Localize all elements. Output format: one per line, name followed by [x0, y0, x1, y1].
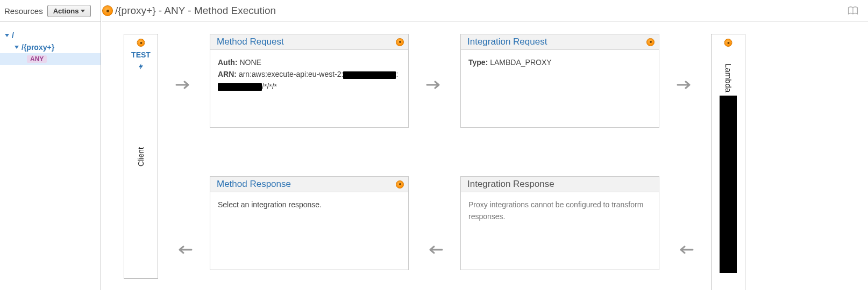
- method-response-title[interactable]: Method Response: [217, 179, 291, 190]
- card-header: Method Request: [210, 34, 408, 50]
- arrow-left-icon: [426, 245, 443, 255]
- status-dot-icon: [646, 38, 654, 46]
- arn-prefix: arn:aws:execute-api:eu-west-2:: [239, 70, 344, 78]
- status-dot-icon: [102, 5, 113, 16]
- arrow-column: [659, 34, 711, 290]
- redacted-block: [218, 83, 262, 91]
- actions-button[interactable]: Actions: [47, 5, 91, 17]
- status-dot-icon: [396, 38, 404, 46]
- integration-response-title: Integration Response: [467, 179, 554, 190]
- redacted-block: [720, 96, 737, 273]
- arn-mid: :: [396, 70, 398, 78]
- card-header: Method Response: [210, 177, 408, 192]
- tree-proxy-label[interactable]: /{proxy+}: [22, 43, 54, 52]
- client-column: TEST Client: [124, 34, 158, 279]
- arrow-right-icon: [677, 80, 694, 90]
- method-request-title[interactable]: Method Request: [217, 37, 284, 47]
- tree-row-proxy[interactable]: /{proxy+}: [0, 41, 101, 53]
- arrow-column: [409, 34, 460, 290]
- method-execution-flow: TEST Client Method Request: [102, 22, 868, 290]
- resource-tree: / /{proxy+} ANY: [0, 22, 101, 65]
- auth-value: NONE: [239, 58, 261, 67]
- chevron-down-icon: [5, 34, 9, 37]
- actions-label: Actions: [53, 7, 79, 15]
- card-body: Proxy integrations cannot be configured …: [461, 192, 659, 270]
- arrow-column: [158, 34, 210, 290]
- arrow-right-icon: [426, 80, 443, 90]
- arn-label: ARN:: [218, 70, 237, 78]
- integration-request-title[interactable]: Integration Request: [467, 37, 547, 47]
- resources-title: Resources: [4, 6, 43, 16]
- tree-row-method-any[interactable]: ANY: [0, 53, 101, 65]
- lambda-label: Lambda: [724, 63, 733, 92]
- main-area: /{proxy+} - ANY - Method Execution TEST …: [102, 0, 868, 290]
- chevron-down-icon: [15, 46, 19, 49]
- chevron-down-icon: [81, 10, 85, 12]
- lambda-column: Lambda: [711, 34, 745, 290]
- lightning-icon: [137, 60, 145, 73]
- card-header: Integration Request: [461, 34, 659, 50]
- page-title: /{proxy+} - ANY - Method Execution: [115, 5, 276, 17]
- method-any-pill[interactable]: ANY: [27, 55, 47, 63]
- card-header: Integration Response: [461, 177, 659, 192]
- type-value: LAMBDA_PROXY: [490, 58, 551, 67]
- client-label: Client: [137, 147, 145, 166]
- card-body: Type: LAMBDA_PROXY: [461, 50, 659, 127]
- card-body: Select an integration response.: [210, 192, 408, 270]
- type-label: Type:: [468, 58, 488, 67]
- arrow-left-icon: [175, 245, 193, 255]
- integration-request-card: Integration Request Type: LAMBDA_PROXY: [460, 34, 659, 128]
- resources-header: Resources Actions: [0, 0, 101, 22]
- method-request-card: Method Request Auth: NONE ARN: arn:aws:e…: [210, 34, 409, 128]
- integration-response-card: Integration Response Proxy integrations …: [460, 176, 659, 270]
- tree-row-root[interactable]: /: [0, 30, 101, 41]
- method-response-card: Method Response Select an integration re…: [210, 176, 409, 270]
- method-response-body: Select an integration response.: [218, 200, 322, 209]
- integration-response-body: Proxy integrations cannot be configured …: [468, 200, 643, 221]
- book-icon[interactable]: [848, 6, 858, 16]
- arn-suffix: /*/*/*: [262, 82, 277, 91]
- tree-root-label[interactable]: /: [12, 31, 14, 40]
- arrow-left-icon: [677, 245, 694, 255]
- method-column: Method Request Auth: NONE ARN: arn:aws:e…: [210, 34, 409, 270]
- test-button[interactable]: TEST: [131, 50, 151, 59]
- resources-pane: Resources Actions / /{proxy+} ANY: [0, 0, 101, 290]
- integration-column: Integration Request Type: LAMBDA_PROXY I…: [460, 34, 659, 270]
- title-bar: /{proxy+} - ANY - Method Execution: [102, 0, 868, 22]
- auth-label: Auth:: [218, 58, 238, 67]
- status-dot-icon: [396, 180, 404, 189]
- arrow-right-icon: [175, 80, 193, 90]
- card-body: Auth: NONE ARN: arn:aws:execute-api:eu-w…: [210, 50, 408, 127]
- status-dot-icon: [137, 39, 145, 47]
- redacted-block: [343, 71, 396, 79]
- status-dot-icon: [724, 39, 732, 47]
